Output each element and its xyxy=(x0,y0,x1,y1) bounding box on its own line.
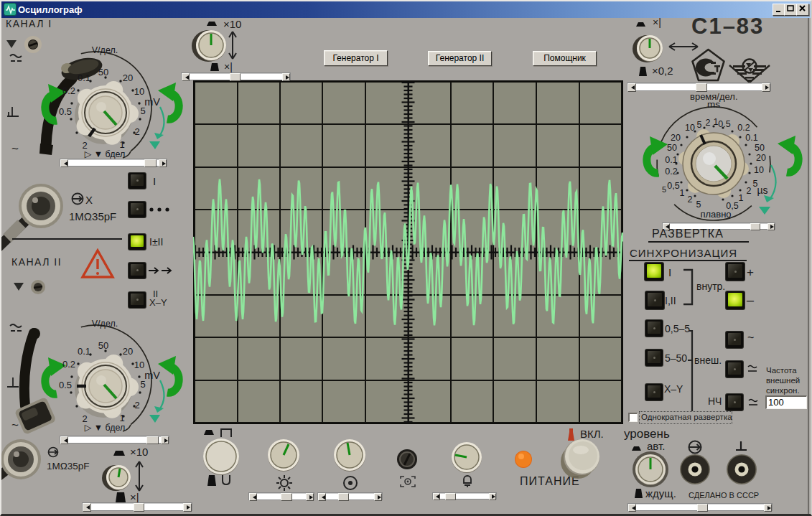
svg-text:µs: µs xyxy=(757,184,767,196)
svg-text:0.1: 0.1 xyxy=(78,346,90,357)
svg-text:0.1: 0.1 xyxy=(78,72,90,83)
svg-text:0.5: 0.5 xyxy=(59,106,72,117)
svg-text:50: 50 xyxy=(667,143,677,153)
svg-text:0,5: 0,5 xyxy=(667,181,679,191)
svg-text:0.5: 0.5 xyxy=(59,380,72,390)
svg-text:mV: mV xyxy=(144,96,160,108)
svg-text:2: 2 xyxy=(134,400,139,411)
svg-text:20: 20 xyxy=(123,346,133,357)
svg-text:1: 1 xyxy=(119,139,124,150)
svg-text:20: 20 xyxy=(756,153,766,163)
svg-text:V/дел.: V/дел. xyxy=(92,319,118,329)
svg-text:V/дел.: V/дел. xyxy=(92,45,118,55)
svg-text:50: 50 xyxy=(755,143,765,153)
svg-text:5: 5 xyxy=(662,185,666,194)
svg-text:20: 20 xyxy=(671,133,681,143)
svg-text:2: 2 xyxy=(747,186,752,196)
svg-text:5: 5 xyxy=(140,105,145,116)
svg-text:0.2: 0.2 xyxy=(62,359,75,370)
svg-text:10: 10 xyxy=(134,86,144,97)
svg-text:10: 10 xyxy=(685,123,695,133)
svg-text:▷ ▼ бдел: ▷ ▼ бдел xyxy=(85,423,126,433)
svg-text:5: 5 xyxy=(696,200,701,210)
svg-text:2: 2 xyxy=(706,118,711,128)
svg-text:ms: ms xyxy=(707,99,720,110)
svg-text:50: 50 xyxy=(98,340,108,351)
svg-text:▷ ▼ бдел: ▷ ▼ бдел xyxy=(85,149,126,159)
svg-text:5: 5 xyxy=(697,120,702,130)
svg-text:50: 50 xyxy=(98,67,108,78)
svg-text:5: 5 xyxy=(140,379,145,390)
svg-text:10: 10 xyxy=(754,165,764,175)
svg-text:0.1: 0.1 xyxy=(665,155,677,165)
svg-text:1: 1 xyxy=(680,188,685,198)
svg-text:2: 2 xyxy=(134,126,139,137)
svg-text:0.2: 0.2 xyxy=(62,85,75,96)
svg-text:20: 20 xyxy=(123,72,133,83)
svg-text:1: 1 xyxy=(119,413,124,423)
svg-text:0.2: 0.2 xyxy=(737,123,750,133)
svg-text:плавно: плавно xyxy=(700,209,731,220)
svg-text:10: 10 xyxy=(134,360,144,370)
svg-text:2: 2 xyxy=(688,194,693,205)
svg-text:1: 1 xyxy=(739,193,744,203)
svg-text:0.5: 0.5 xyxy=(718,119,730,129)
svg-text:mV: mV xyxy=(144,370,160,381)
svg-text:0.1: 0.1 xyxy=(745,133,757,143)
svg-text:0.2: 0.2 xyxy=(665,166,677,177)
